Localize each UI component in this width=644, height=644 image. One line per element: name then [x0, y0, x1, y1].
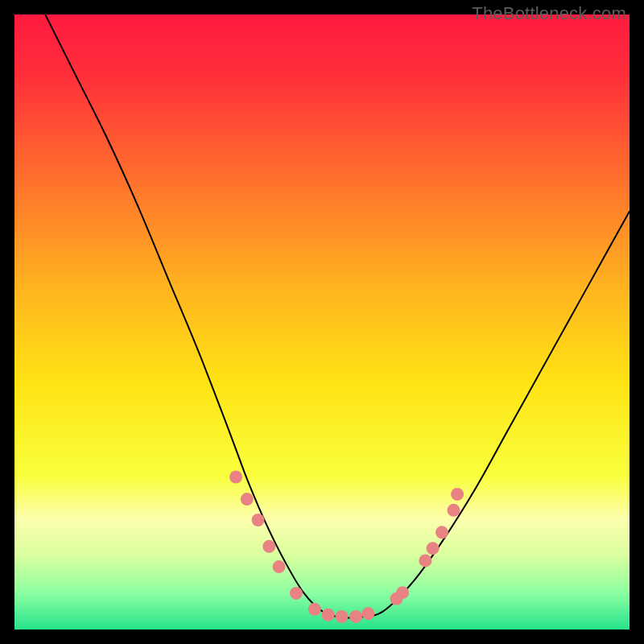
highlight-dot [451, 488, 464, 501]
highlight-dot [229, 471, 242, 484]
highlight-dot [322, 609, 335, 621]
bottleneck-chart [14, 14, 630, 630]
gradient-background [14, 14, 630, 630]
highlight-dot [262, 540, 275, 553]
highlight-dot [436, 526, 448, 539]
highlight-dot [427, 542, 440, 555]
highlight-dot [361, 607, 374, 620]
highlight-dot [308, 603, 321, 616]
highlight-dot [396, 586, 409, 599]
highlight-dot [241, 493, 254, 506]
highlight-dot [335, 610, 348, 623]
highlight-dot [252, 514, 265, 526]
highlight-dot [419, 554, 431, 567]
highlight-dot [290, 587, 303, 600]
highlight-dot [349, 610, 362, 623]
plot-frame [14, 14, 630, 630]
highlight-dot [273, 560, 286, 573]
highlight-dot [447, 504, 460, 517]
watermark-text: TheBottleneck.com [472, 3, 626, 24]
